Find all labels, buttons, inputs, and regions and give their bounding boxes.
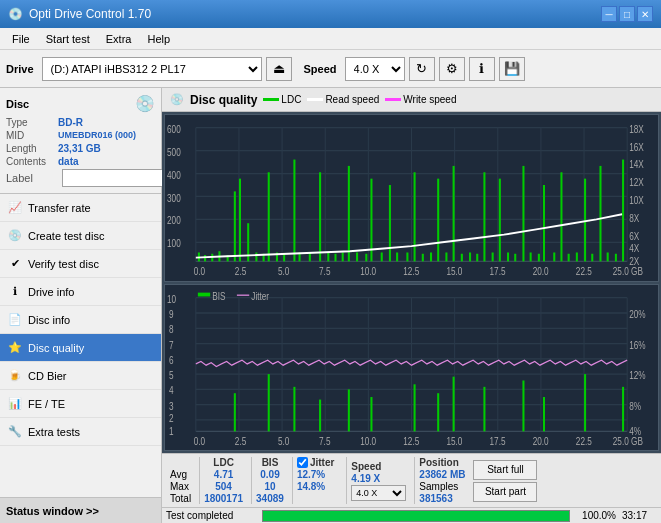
svg-text:200: 200	[167, 216, 181, 227]
charts-area: 600 500 400 300 200 100 18X 16X 14X 12X …	[162, 112, 661, 453]
svg-rect-67	[568, 254, 570, 262]
disc-contents-value: data	[58, 156, 79, 167]
legend-read-speed-color	[307, 98, 323, 101]
svg-rect-61	[522, 166, 524, 261]
sidebar-item-disc-quality[interactable]: ⭐ Disc quality	[0, 334, 161, 362]
save-button[interactable]: 💾	[499, 57, 525, 81]
sidebar-item-label: FE / TE	[28, 398, 65, 410]
legend-ldc-color	[263, 98, 279, 101]
svg-text:Jitter: Jitter	[251, 291, 269, 302]
sidebar-item-label: Extra tests	[28, 426, 80, 438]
disc-section-title: Disc	[6, 98, 29, 110]
legend-read-speed-label: Read speed	[325, 94, 379, 105]
svg-text:500: 500	[167, 147, 181, 158]
drive-label: Drive	[6, 63, 34, 75]
svg-rect-20	[204, 255, 206, 261]
svg-rect-128	[370, 397, 372, 431]
svg-rect-55	[476, 254, 478, 262]
drive-info-icon: ℹ	[8, 285, 22, 299]
svg-text:20%: 20%	[629, 309, 645, 320]
svg-text:10.0: 10.0	[360, 436, 376, 447]
svg-text:6: 6	[169, 355, 174, 366]
sidebar-item-drive-info[interactable]: ℹ Drive info	[0, 278, 161, 306]
minimize-button[interactable]: ─	[601, 6, 617, 22]
svg-rect-135	[584, 374, 586, 431]
svg-rect-39	[348, 166, 350, 261]
progress-time: 33:17	[622, 510, 657, 521]
svg-rect-52	[453, 166, 455, 261]
stats-speed-select[interactable]: 4.0 X	[351, 485, 406, 501]
progress-percent: 100.0%	[576, 510, 616, 521]
svg-text:8X: 8X	[629, 213, 639, 224]
refresh-button[interactable]: ↻	[409, 57, 435, 81]
sidebar-item-disc-info[interactable]: 📄 Disc info	[0, 306, 161, 334]
disc-type-value: BD-R	[58, 117, 83, 128]
svg-text:17.5: 17.5	[490, 267, 506, 278]
svg-rect-56	[483, 172, 485, 261]
svg-rect-127	[348, 389, 350, 431]
svg-rect-123	[234, 393, 236, 431]
svg-text:7: 7	[169, 339, 174, 350]
svg-text:400: 400	[167, 170, 181, 181]
menu-extra[interactable]: Extra	[98, 31, 140, 47]
cd-bier-icon: 🍺	[8, 369, 22, 383]
svg-rect-65	[553, 252, 555, 261]
sidebar-item-fe-te[interactable]: 📊 FE / TE	[0, 390, 161, 418]
sidebar-item-extra-tests[interactable]: 🔧 Extra tests	[0, 418, 161, 446]
stats-bis-max: 10	[264, 481, 275, 492]
svg-rect-64	[543, 185, 545, 261]
svg-text:17.5: 17.5	[490, 436, 506, 447]
stats-samples-value: 381563	[419, 493, 465, 504]
svg-rect-125	[293, 386, 295, 431]
settings-button[interactable]: ⚙	[439, 57, 465, 81]
legend-write-speed: Write speed	[385, 94, 456, 105]
svg-rect-60	[514, 254, 516, 262]
svg-rect-40	[356, 252, 358, 261]
sidebar-item-create-test-disc[interactable]: 💿 Create test disc	[0, 222, 161, 250]
start-part-button[interactable]: Start part	[473, 482, 537, 502]
sidebar-item-verify-test-disc[interactable]: ✔ Verify test disc	[0, 250, 161, 278]
stats-ldc-header: LDC	[213, 457, 234, 468]
disc-mid-row: MID UMEBDR016 (000)	[6, 130, 155, 141]
svg-rect-36	[327, 252, 329, 261]
eject-button[interactable]: ⏏	[266, 57, 292, 81]
svg-rect-129	[414, 384, 416, 431]
speed-select-toolbar[interactable]: 4.0 X 1.0 X 2.0 X 6.0 X 8.0 X	[345, 57, 405, 81]
svg-rect-73	[615, 254, 617, 262]
svg-text:7.5: 7.5	[319, 267, 330, 278]
svg-text:20.0: 20.0	[533, 436, 549, 447]
svg-rect-126	[319, 399, 321, 431]
info-button[interactable]: ℹ	[469, 57, 495, 81]
app-icon: 💿	[8, 7, 23, 21]
svg-text:2.5: 2.5	[235, 436, 246, 447]
stats-bis-total: 34089	[256, 493, 284, 504]
menu-start-test[interactable]: Start test	[38, 31, 98, 47]
menu-help[interactable]: Help	[139, 31, 178, 47]
svg-text:600: 600	[167, 124, 181, 135]
stats-max-label: Max	[170, 481, 191, 492]
toolbar: Drive (D:) ATAPI iHBS312 2 PL17 ⏏ Speed …	[0, 50, 661, 88]
svg-text:18X: 18X	[629, 124, 644, 135]
svg-rect-45	[396, 252, 398, 261]
maximize-button[interactable]: □	[619, 6, 635, 22]
svg-rect-132	[483, 386, 485, 431]
start-full-button[interactable]: Start full	[473, 460, 537, 480]
close-button[interactable]: ✕	[637, 6, 653, 22]
svg-text:8: 8	[169, 324, 174, 335]
status-window-button[interactable]: Status window >>	[0, 497, 161, 523]
sidebar-item-label: Verify test disc	[28, 258, 99, 270]
jitter-checkbox[interactable]	[297, 457, 308, 468]
status-message: Test completed	[166, 510, 256, 521]
svg-rect-124	[268, 374, 270, 431]
disc-info-icon: 📄	[8, 313, 22, 327]
svg-rect-54	[469, 252, 471, 261]
progress-track	[262, 510, 570, 522]
drive-select[interactable]: (D:) ATAPI iHBS312 2 PL17	[42, 57, 262, 81]
sidebar-item-transfer-rate[interactable]: 📈 Transfer rate	[0, 194, 161, 222]
svg-text:2: 2	[169, 413, 174, 424]
svg-text:300: 300	[167, 193, 181, 204]
svg-rect-53	[461, 254, 463, 262]
menu-file[interactable]: File	[4, 31, 38, 47]
sidebar-item-cd-bier[interactable]: 🍺 CD Bier	[0, 362, 161, 390]
svg-text:22.5: 22.5	[576, 267, 592, 278]
